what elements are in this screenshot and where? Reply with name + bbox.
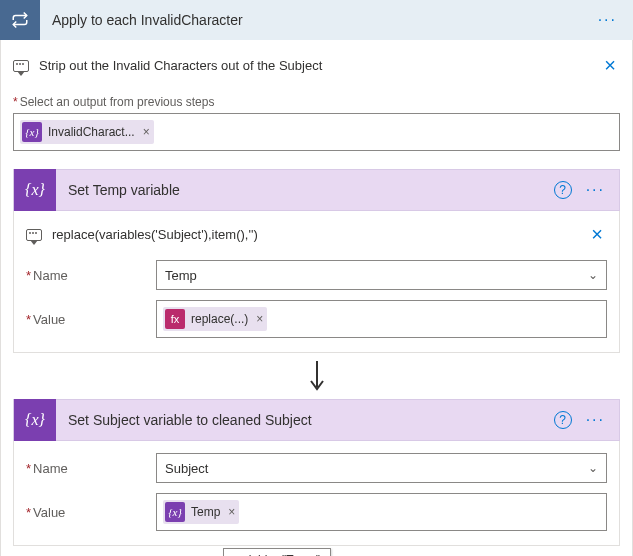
outer-comment-row: Strip out the Invalid Characters out of … — [13, 54, 620, 77]
help-button[interactable]: ? — [554, 181, 572, 199]
flow-arrow-icon — [13, 353, 620, 399]
step2-value-input[interactable]: {x} Temp × — [156, 493, 607, 531]
set-temp-card: {x} Set Temp variable ? ··· replace(vari… — [13, 169, 620, 353]
step2-name-value: Subject — [165, 461, 208, 476]
variable-action-icon: {x} — [14, 169, 56, 211]
outer-comment-close[interactable]: × — [600, 54, 620, 77]
token-remove[interactable]: × — [256, 312, 263, 326]
outer-menu-button[interactable]: ··· — [592, 11, 623, 29]
loop-icon — [0, 0, 40, 40]
help-button[interactable]: ? — [554, 411, 572, 429]
step1-comment-row: replace(variables('Subject'),item(),'') … — [26, 223, 607, 246]
set-temp-header[interactable]: {x} Set Temp variable ? ··· — [13, 169, 620, 211]
token-tooltip: variables('Temp') — [223, 548, 331, 556]
apply-to-each-title: Apply to each InvalidCharacter — [40, 12, 592, 28]
set-subject-header[interactable]: {x} Set Subject variable to cleaned Subj… — [13, 399, 620, 441]
set-subject-body: *Name Subject ⌄ *Value {x} Temp × — [13, 441, 620, 546]
step2-menu-button[interactable]: ··· — [582, 411, 609, 429]
comment-icon — [13, 60, 29, 72]
select-output-input[interactable]: {x} InvalidCharact... × — [13, 113, 620, 151]
token-remove[interactable]: × — [228, 505, 235, 519]
fx-icon: fx — [165, 309, 185, 329]
chevron-down-icon: ⌄ — [588, 268, 598, 282]
step1-comment-close[interactable]: × — [587, 223, 607, 246]
step2-name-select[interactable]: Subject ⌄ — [156, 453, 607, 483]
select-output-label: *Select an output from previous steps — [13, 95, 620, 109]
set-temp-body: replace(variables('Subject'),item(),'') … — [13, 211, 620, 353]
temp-variable-token[interactable]: {x} Temp × — [163, 500, 239, 524]
step1-name-value: Temp — [165, 268, 197, 283]
outer-comment-text: Strip out the Invalid Characters out of … — [39, 58, 600, 73]
comment-icon — [26, 229, 42, 241]
step1-comment-text: replace(variables('Subject'),item(),'') — [52, 227, 587, 242]
step2-value-label: *Value — [26, 505, 156, 520]
invalidcharacter-token[interactable]: {x} InvalidCharact... × — [20, 120, 154, 144]
replace-expression-token[interactable]: fx replace(...) × — [163, 307, 267, 331]
step2-name-label: *Name — [26, 461, 156, 476]
set-temp-title: Set Temp variable — [56, 182, 554, 198]
step1-value-label: *Value — [26, 312, 156, 327]
variable-icon: {x} — [165, 502, 185, 522]
step1-menu-button[interactable]: ··· — [582, 181, 609, 199]
step1-value-input[interactable]: fx replace(...) × — [156, 300, 607, 338]
token-remove[interactable]: × — [143, 125, 150, 139]
variable-icon: {x} — [22, 122, 42, 142]
step1-name-select[interactable]: Temp ⌄ — [156, 260, 607, 290]
apply-to-each-body: Strip out the Invalid Characters out of … — [0, 40, 633, 556]
set-subject-card: {x} Set Subject variable to cleaned Subj… — [13, 399, 620, 546]
set-subject-title: Set Subject variable to cleaned Subject — [56, 412, 554, 428]
step1-name-label: *Name — [26, 268, 156, 283]
chevron-down-icon: ⌄ — [588, 461, 598, 475]
apply-to-each-header[interactable]: Apply to each InvalidCharacter ··· — [0, 0, 633, 40]
variable-action-icon: {x} — [14, 399, 56, 441]
